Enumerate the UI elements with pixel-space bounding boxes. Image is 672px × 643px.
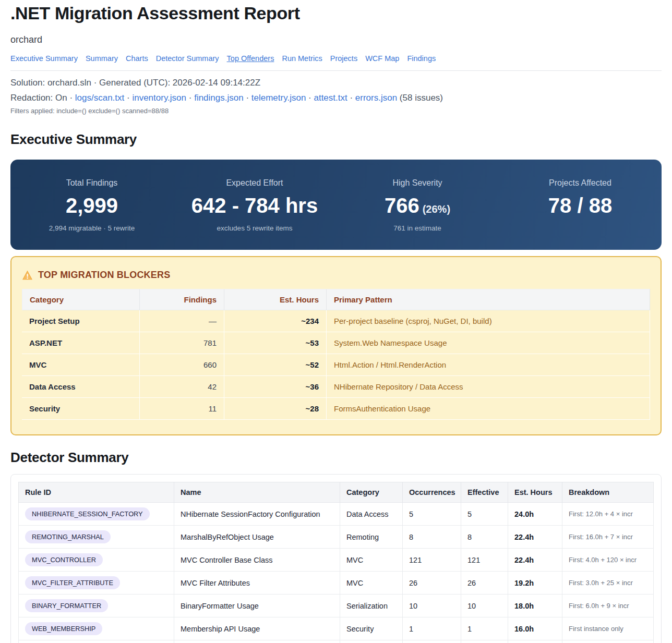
rule-breakdown-cell: First: 16.0h + 7 × incr (562, 526, 654, 549)
meta-separator: · (67, 93, 75, 103)
blocker-category: Data Access (22, 376, 140, 398)
nav-link-findings[interactable]: Findings (407, 54, 436, 63)
blockers-row: Security11~28FormsAuthentication Usage (22, 398, 650, 420)
rule-est-hours-cell: 18.0h (508, 595, 562, 617)
rule-name-cell: BinaryFormatter Usage (174, 595, 340, 617)
blocker-findings: — (140, 310, 224, 332)
blocker-est-hours: ~28 (224, 398, 327, 420)
issues-count: (58 issues) (400, 93, 443, 103)
rule-id-badge: WEB_MEMBERSHIP (25, 622, 102, 635)
solution-subtitle: orchard (10, 34, 662, 45)
rule-id-cell: MVC_FILTER_ATTRIBUTE (19, 572, 174, 595)
nav-divider (10, 70, 662, 71)
stat-total-findings: Total Findings2,9992,994 migratable · 5 … (10, 177, 173, 233)
warning-icon (22, 270, 33, 280)
artifact-link-inventory-json[interactable]: inventory.json (132, 93, 186, 103)
blockers-col-header: Category (22, 289, 140, 310)
nav-link-summary[interactable]: Summary (86, 54, 118, 63)
detector-row: REMOTING_MARSHALMarshalByRefObject Usage… (19, 526, 654, 549)
stat-subtext: 2,994 migratable · 5 rewrite (10, 224, 173, 233)
detector-row: MVC_FILTER_ATTRIBUTEMVC Filter Attribute… (19, 572, 654, 595)
blocker-category: Security (22, 398, 140, 420)
rule-category-cell: Remoting (340, 526, 403, 549)
nav-link-charts[interactable]: Charts (126, 54, 148, 63)
rule-name-cell: MarshalByRefObject Usage (174, 526, 340, 549)
rule-breakdown-cell: First: 3.0h + 25 × incr (562, 572, 654, 595)
detector-col-header: Occurrences (403, 482, 461, 503)
rule-id-cell: BINARY_FORMATTER (19, 595, 174, 617)
stat-value: 642 - 784 hrs (173, 195, 336, 216)
detector-col-header: Breakdown (562, 482, 654, 503)
detector-col-header: Effective (461, 482, 508, 503)
rule-name-cell: Membership API Usage (174, 617, 340, 640)
rule-effective-cell: 10 (461, 595, 508, 617)
summary-stats-banner: Total Findings2,9992,994 migratable · 5 … (10, 160, 662, 250)
rule-id-badge: BINARY_FORMATTER (25, 599, 108, 612)
empty-cell (19, 640, 174, 643)
stat-value: 766(26%) (336, 195, 499, 216)
artifact-link-logs-scan-txt[interactable]: logs/scan.txt (75, 93, 125, 103)
blockers-row: MVC660~52Html.Action / Html.RenderAction (22, 354, 650, 376)
blocker-category: MVC (22, 354, 140, 376)
empty-cell (562, 640, 654, 643)
rule-breakdown-cell: First instance only (562, 617, 654, 640)
detector-summary-heading: Detector Summary (10, 450, 662, 466)
nav-link-detector-summary[interactable]: Detector Summary (156, 54, 219, 63)
detector-row: WEB_MEMBERSHIPMembership API UsageSecuri… (19, 617, 654, 640)
blockers-table: CategoryFindingsEst. HoursPrimary Patter… (22, 289, 650, 420)
artifact-link-findings-json[interactable]: findings.json (194, 93, 244, 103)
rule-effective-cell: 121 (461, 549, 508, 572)
detector-row: NHIBERNATE_SESSION_FACTORYNHibernate Ses… (19, 503, 654, 526)
stat-value: 2,999 (10, 195, 173, 216)
artifact-link-errors-json[interactable]: errors.json (355, 93, 397, 103)
rule-id-badge: MVC_FILTER_ATTRIBUTE (25, 576, 120, 589)
rule-id-cell: NHIBERNATE_SESSION_FACTORY (19, 503, 174, 526)
stat-label: Total Findings (10, 178, 173, 188)
meta-separator: · (347, 93, 355, 103)
blocker-pattern: FormsAuthentication Usage (327, 398, 650, 420)
rule-id-cell: WEB_MEMBERSHIP (19, 617, 174, 640)
rule-breakdown-cell: First: 4.0h + 120 × incr (562, 549, 654, 572)
detector-row: MVC_CONTROLLERMVC Controller Base ClassM… (19, 549, 654, 572)
blockers-title-row: TOP MIGRATION BLOCKERS (22, 270, 650, 281)
blockers-col-header: Primary Pattern (327, 289, 650, 310)
detector-row: BINARY_FORMATTERBinaryFormatter UsageSer… (19, 595, 654, 617)
rule-occurrences-cell: 8 (403, 526, 461, 549)
solution-meta-line: Solution: orchard.sln · Generated (UTC):… (10, 78, 662, 88)
blocker-pattern: NHibernate Repository / Data Access (327, 376, 650, 398)
rule-occurrences-cell: 26 (403, 572, 461, 595)
blockers-title: TOP MIGRATION BLOCKERS (38, 270, 170, 281)
nav-link-wcf-map[interactable]: WCF Map (365, 54, 399, 63)
rule-name-cell: MVC Controller Base Class (174, 549, 340, 572)
nav-link-executive-summary[interactable]: Executive Summary (10, 54, 78, 63)
blocker-est-hours: ~53 (224, 332, 327, 354)
artifact-link-telemetry-json[interactable]: telemetry.json (251, 93, 306, 103)
blocker-est-hours: ~52 (224, 354, 327, 376)
rule-occurrences-cell: 1 (403, 617, 461, 640)
stat-high-severity: High Severity766(26%)761 in estimate (336, 177, 499, 233)
empty-cell (461, 640, 508, 643)
rule-category-cell: Security (340, 617, 403, 640)
rule-effective-cell: 1 (461, 617, 508, 640)
meta-separator: · (244, 93, 251, 103)
artifact-link-attest-txt[interactable]: attest.txt (314, 93, 347, 103)
nav-link-top-offenders[interactable]: Top Offenders (227, 54, 274, 63)
redaction-status: Redaction: On (10, 93, 67, 103)
nav-link-projects[interactable]: Projects (330, 54, 357, 63)
detector-col-header: Name (174, 482, 340, 503)
rule-id-badge: REMOTING_MARSHAL (25, 530, 111, 543)
detector-row-partial (19, 640, 654, 643)
rule-category-cell: Serialization (340, 595, 403, 617)
nav-link-run-metrics[interactable]: Run Metrics (282, 54, 322, 63)
rule-category-cell: Data Access (340, 503, 403, 526)
rule-est-hours-cell: 19.2h (508, 572, 562, 595)
blocker-findings: 11 (140, 398, 224, 420)
rule-occurrences-cell: 121 (403, 549, 461, 572)
rule-id-badge: NHIBERNATE_SESSION_FACTORY (25, 507, 150, 520)
rule-est-hours-cell: 24.0h (508, 503, 562, 526)
detector-col-header: Est. Hours (508, 482, 562, 503)
rule-occurrences-cell: 5 (403, 503, 461, 526)
rule-est-hours-cell: 22.4h (508, 526, 562, 549)
rule-breakdown-cell: First: 6.0h + 9 × incr (562, 595, 654, 617)
blocker-est-hours: ~234 (224, 310, 327, 332)
